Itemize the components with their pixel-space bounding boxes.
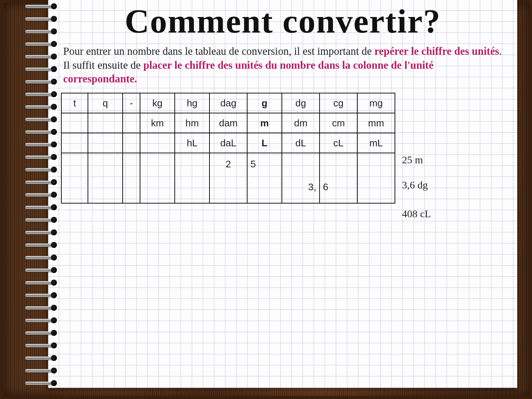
- side-labels: 25 m 3,6 dg 408 cL: [402, 93, 431, 219]
- para-text-1: Pour entrer un nombre dans le tableau de…: [63, 45, 374, 57]
- hdr-dag: dag: [209, 93, 247, 113]
- header-row-volume: hL daL L dL cL mL: [61, 133, 395, 153]
- hdr-cg: cg: [320, 93, 357, 113]
- hdr2-t: [61, 113, 88, 133]
- header-row-length: km hm dam m dm cm mm: [61, 113, 395, 133]
- hdr3-g: L: [247, 133, 282, 153]
- hdr3-hg: hL: [175, 133, 209, 153]
- slide-frame: Comment convertir? Pour entrer un nombre…: [0, 0, 532, 399]
- hdr2-dag: dam: [209, 113, 247, 133]
- label-3: 408 cL: [402, 209, 431, 219]
- d-t: [61, 153, 88, 203]
- hdr-g: g: [247, 93, 282, 113]
- header-row-mass: t q - kg hg dag g dg cg mg: [61, 93, 395, 113]
- d-cg: 6: [320, 153, 357, 203]
- notebook-paper: Comment convertir? Pour entrer un nombre…: [48, 0, 517, 388]
- hdr-hg: hg: [175, 93, 209, 113]
- hdr2-cg: cm: [320, 113, 357, 133]
- hdr2-hg: hm: [175, 113, 209, 133]
- hdr-mg: mg: [357, 93, 395, 113]
- hdr3-q: [88, 133, 123, 153]
- hdr-kg: kg: [140, 93, 175, 113]
- hdr-dash: -: [123, 93, 140, 113]
- label-2: 3,6 dg: [402, 180, 431, 190]
- hdr3-cg: cL: [320, 133, 357, 153]
- hdr2-dash: [123, 113, 140, 133]
- hdr2-q: [88, 113, 123, 133]
- d-dg: 3,: [282, 153, 320, 203]
- table-wrapper: t q - kg hg dag g dg cg mg: [61, 93, 505, 219]
- d-q: [88, 153, 123, 203]
- d-kg: [140, 153, 175, 203]
- content-area: Comment convertir? Pour entrer un nombre…: [57, 1, 508, 384]
- hdr3-t: [61, 133, 88, 153]
- hdr-t: t: [61, 93, 88, 113]
- hdr3-dag: daL: [209, 133, 247, 153]
- hdr3-mg: mL: [357, 133, 395, 153]
- label-1: 25 m: [402, 155, 431, 165]
- hdr2-mg: mm: [357, 113, 395, 133]
- hdr3-dash: [123, 133, 140, 153]
- intro-paragraph: Pour entrer un nombre dans le tableau de…: [63, 44, 502, 86]
- hdr3-kg: [140, 133, 175, 153]
- hdr3-dg: dL: [282, 133, 320, 153]
- para-highlight-1: repérer le chiffre des unités: [374, 45, 499, 57]
- hdr2-dg: dm: [282, 113, 320, 133]
- d-dag: 2: [209, 153, 247, 203]
- page-title: Comment convertir?: [57, 1, 508, 41]
- d-dash: [123, 153, 140, 203]
- hdr-q: q: [88, 93, 123, 113]
- d-hg: [175, 153, 209, 203]
- hdr-dg: dg: [282, 93, 320, 113]
- d-g: 5: [247, 153, 282, 203]
- hdr2-kg: km: [140, 113, 175, 133]
- d-mg: [357, 153, 395, 203]
- conversion-table: t q - kg hg dag g dg cg mg: [61, 93, 395, 204]
- hdr2-g: m: [247, 113, 282, 133]
